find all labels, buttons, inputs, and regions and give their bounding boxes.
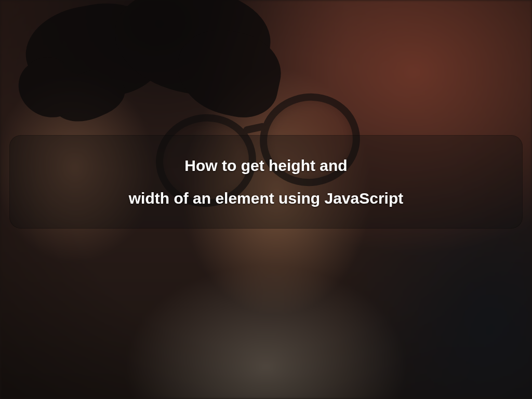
title-overlay: How to get height and width of an elemen… (9, 135, 523, 229)
title-line-2: width of an element using JavaScript (129, 188, 403, 208)
hero-image: How to get height and width of an elemen… (0, 0, 532, 399)
title-line-1: How to get height and (184, 155, 347, 176)
